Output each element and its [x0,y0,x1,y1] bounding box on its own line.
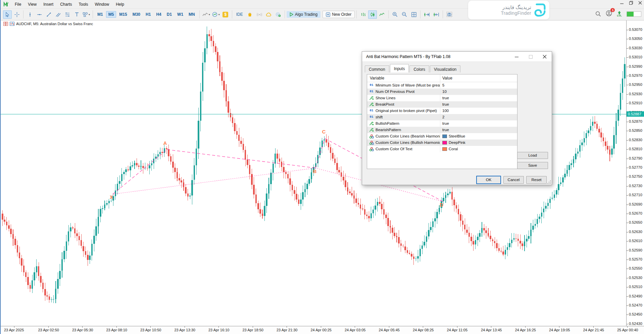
menu-item-window[interactable]: Window [92,1,113,8]
ide-button[interactable]: IDE [234,12,245,17]
param-value[interactable]: true [442,127,449,133]
shapes-tool-button[interactable]: ▾ [82,10,91,19]
menu-item-insert[interactable]: Insert [40,1,57,8]
price-axis[interactable]: 0.52887 0.530700.530500.530300.530100.52… [626,20,644,326]
crosshair-tool-button[interactable] [12,10,21,19]
algo-trading-button[interactable]: Algo Trading [287,11,320,18]
market-bag-icon[interactable] [246,10,254,19]
timeframe-h1[interactable]: H1 [143,11,153,18]
timeframe-w1[interactable]: W1 [175,11,186,18]
param-value[interactable]: 10 [442,89,447,95]
cloud-icon[interactable] [264,10,273,19]
profile-button[interactable]: 1 [606,10,612,18]
load-button[interactable]: Load [517,152,548,159]
param-row[interactable]: 01Minimum Size of Wave (Must be great...… [367,82,517,89]
save-button[interactable]: Save [517,162,548,169]
dialog-minimize-button[interactable] [509,52,524,62]
tab-common[interactable]: Common [365,65,389,72]
param-row[interactable]: BearishPatterntrue [367,127,517,133]
ok-button[interactable]: OK [476,176,501,184]
param-value[interactable]: Coral [449,146,458,152]
param-value[interactable]: true [442,101,449,108]
param-row[interactable]: 01Num Of Previous Pivot10 [367,89,517,95]
timeframe-m30[interactable]: M30 [130,11,143,18]
param-row[interactable]: Custom Color Lines (Bullish Harmonic)Dee… [367,140,517,146]
lvl-indicator[interactable]: LVL [617,11,622,17]
time-axis[interactable]: 23 Apr 202523 Apr 02:5023 Apr 05:3023 Ap… [1,326,644,334]
fibonacci-tool-button[interactable] [63,10,72,19]
timeframe-mn[interactable]: MN [186,11,197,18]
text-tool-button[interactable] [72,10,81,19]
param-value[interactable]: 5 [442,82,444,89]
menu-item-file[interactable]: File [11,1,24,8]
menu-item-view[interactable]: View [24,1,40,8]
parameters-table[interactable]: Variable Value 01Minimum Size of Wave (M… [367,74,517,169]
line-chart-style-button[interactable] [378,10,386,19]
param-name: BullishPattern [376,120,399,127]
reset-button[interactable]: Reset [526,176,547,184]
param-value[interactable]: SteelBlue [449,133,465,140]
timeframe-m5[interactable]: M5 [106,11,116,18]
candlestick-style-button[interactable] [368,10,377,19]
window-minimize-icon[interactable] [620,1,624,5]
shapes-dropdown-caret[interactable]: ▾ [89,13,90,16]
dialog-maximize-button[interactable] [524,52,538,62]
menu-item-tools[interactable]: Tools [76,1,92,8]
connection-status-widget[interactable] [627,11,641,17]
currency-button[interactable]: $ [221,10,230,19]
param-row[interactable]: BreakPivottrue [367,101,517,108]
chart-type-caret[interactable]: ▾ [209,13,210,16]
auto-scroll-button[interactable] [423,10,431,19]
zoom-in-button[interactable] [391,10,399,19]
timeframe-m15[interactable]: M15 [117,11,129,18]
menu-item-charts[interactable]: Charts [57,1,75,8]
vertical-line-tool-button[interactable] [26,10,34,19]
dialog-close-button[interactable] [538,52,552,62]
param-row[interactable]: BullishPatterntrue [367,120,517,127]
tab-visualization[interactable]: Visualization [430,65,460,72]
timeframe-m1[interactable]: M1 [95,11,105,18]
candle-wick [111,196,111,202]
param-value[interactable]: DeepPink [449,140,465,146]
dialog-titlebar[interactable]: Anti Bat Harmonic Pattern MT5 - By TFlab… [362,52,552,62]
horizontal-line-tool-button[interactable] [35,10,44,19]
price-tick-label: 0.52730 [629,184,642,188]
menu-item-help[interactable]: Help [112,1,128,8]
community-icon[interactable] [274,10,283,19]
bar-chart-style-button[interactable] [359,10,367,19]
window-restore-icon[interactable] [629,1,633,5]
dialog-resize-grip[interactable] [547,180,551,184]
param-row[interactable]: Show Linestrue [367,95,517,101]
param-row[interactable]: Custom Color Of TextCoral [367,146,517,152]
candle-body [136,163,138,165]
price-tick [627,48,628,49]
search-icon[interactable] [595,11,601,17]
param-value[interactable]: 2 [442,114,444,120]
tab-inputs[interactable]: Inputs [390,64,409,72]
param-value[interactable]: true [442,95,449,101]
param-row[interactable]: 01shift2 [367,114,517,120]
param-row[interactable]: 01Original pivot to broken pivot (Pipet)… [367,108,517,114]
tab-colors[interactable]: Colors [409,65,429,72]
channel-tool-button[interactable] [54,10,62,19]
signals-icon[interactable] [255,10,264,19]
candle-body [287,174,289,178]
timeframe-h4[interactable]: H4 [154,11,163,18]
param-value[interactable]: true [442,120,449,127]
screenshot-button[interactable] [445,10,454,19]
timeframe-d1[interactable]: D1 [164,11,174,18]
zoom-out-button[interactable] [400,10,409,19]
cancel-button[interactable]: Cancel [503,176,524,184]
chart-shift-button[interactable] [432,10,441,19]
tile-windows-button[interactable] [409,10,418,19]
chart-type-button[interactable]: ▾ [202,10,211,19]
indicators-button[interactable]: ▾ [211,10,220,19]
candle-body [358,203,359,205]
param-value[interactable]: 100 [442,108,449,114]
new-order-button[interactable]: New Order [323,11,355,18]
indicators-caret[interactable]: ▾ [218,13,220,16]
window-close-icon[interactable] [638,1,642,5]
param-row[interactable]: Custom Color Lines (Bearish Harmonic)Ste… [367,133,517,140]
cursor-tool-button[interactable] [3,10,12,19]
trendline-tool-button[interactable] [44,10,53,19]
